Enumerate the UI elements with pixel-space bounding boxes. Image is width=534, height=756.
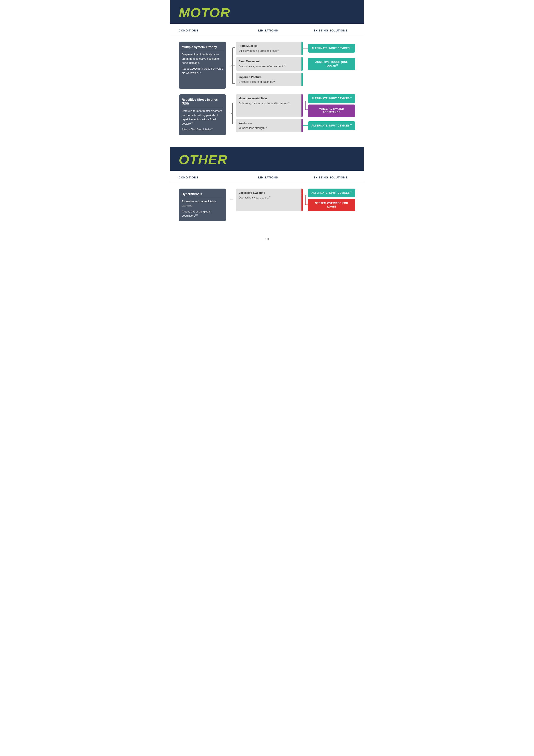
rigid-muscles-card: Rigid Muscles Difficulty bending arms an… [236,41,301,55]
other-limitations-col-header: LIMITATIONS [230,176,306,179]
excessive-sweating-title: Excessive Sweating [239,191,299,195]
other-column-headers: CONDITIONS LIMITATIONS EXISTING SOLUTION… [170,171,364,182]
limitations-col-header: LIMITATIONS [230,29,306,32]
alternate-input-rsi-2-btn[interactable]: ALTERNATE INPUT DEVICES77 [308,121,355,130]
hyper-stat: Around 3% of the global. population.100 [182,210,223,218]
assistive-touch-btn[interactable]: ASSISTIVE TOUCH (ONE TOUCH)92 [308,58,355,70]
slow-movement-title: Slow Movement [239,59,299,64]
rsi-bracket-svg [230,95,235,131]
rigid-muscles-desc: Difficulty bending arms and legs.31 [239,49,299,53]
slow-movement-card: Slow Movement Bradykinesia, slowness of … [236,57,301,70]
excessive-sweating-row: Excessive Sweating Overactive sweat glan… [236,189,355,211]
motor-column-headers: CONDITIONS LIMITATIONS EXISTING SOLUTION… [170,24,364,35]
weakness-desc: Muscles lose strength.76 [239,126,299,130]
hyper-connector [230,200,233,200]
impaired-posture-title: Impaired Posture [239,75,299,79]
msa-condition-card: Multiple System Atrophy Degeneration of … [179,41,226,89]
impaired-posture-accent [301,73,303,86]
weakness-row: Weakness Muscles lose strength.76 ALTERN… [236,119,355,132]
slow-movement-row: Slow Movement Bradykinesia, slowness of … [236,57,355,70]
impaired-posture-row: Impaired Posture Unstable posture or bal… [236,73,355,86]
motor-section: MOTOR CONDITIONS LIMITATIONS EXISTING SO… [170,0,364,147]
msa-desc: Degeneration of the body or an organ fro… [182,53,223,65]
musculo-row: Musculoskeletal Pain Dull/heavy pain in … [236,94,355,117]
impaired-posture-desc: Unstable posture or balance.31 [239,80,299,84]
rigid-muscles-title: Rigid Muscles [239,44,299,48]
other-section: OTHER CONDITIONS LIMITATIONS EXISTING SO… [170,147,364,233]
musculo-title: Musculoskeletal Pain [239,96,299,101]
msa-stat: About 0.0006% in those 50+ years old wor… [182,67,223,75]
msa-bracket-svg [230,41,235,89]
weakness-to-sol-line [303,125,308,126]
rsi-desc: Umbrella term for motor disorders that c… [182,109,223,126]
hyper-desc: Excessive and unpredictable sweating. [182,200,223,208]
rsi-name: Repetitive Stress Injuries (RSI) [182,97,223,105]
msa-name: Multiple System Atrophy [182,45,223,49]
conditions-col-header: CONDITIONS [179,29,230,32]
hyper-sol-connector [303,190,308,209]
motor-header: MOTOR [170,0,364,24]
alternate-input-rsi-1-btn[interactable]: ALTERNATE INPUT DEVICES77 [308,94,355,103]
rigid-to-sol-line [303,48,308,48]
slow-to-sol-line [303,64,308,64]
system-override-btn[interactable]: SYSTEM OVERRIDE FOR LOGIN [308,199,355,211]
voice-activated-btn[interactable]: VOICE-ACTIVATED ASSISTANCE [308,104,355,117]
rigid-muscles-row: Rigid Muscles Difficulty bending arms an… [236,41,355,55]
hyper-row: Hyperhidrosis Excessive and unpredictabl… [179,189,355,222]
musculo-sol-connector [303,97,308,114]
alternate-input-hyper-btn[interactable]: ALTERNATE INPUT DEVICES77 [308,189,355,197]
slow-movement-desc: Bradykinesia, slowness of movement.31 [239,65,299,68]
weakness-title: Weakness [239,121,299,125]
excessive-sweating-card: Excessive Sweating Overactive sweat glan… [236,189,301,211]
rsi-stat: Affects 5%-10% globally.33 [182,127,223,132]
motor-title: MOTOR [179,6,355,19]
musculo-desc: Dull/heavy pain in muscles and/or nerves… [239,101,299,106]
other-title: OTHER [179,153,355,166]
musculo-card: Musculoskeletal Pain Dull/heavy pain in … [236,94,301,117]
other-content: Hyperhidrosis Excessive and unpredictabl… [170,182,364,233]
hyper-condition-card: Hyperhidrosis Excessive and unpredictabl… [179,189,226,222]
page-number: 10 [170,233,364,245]
excessive-sweating-desc: Overactive sweat glands.23 [239,196,299,200]
impaired-posture-card: Impaired Posture Unstable posture or bal… [236,73,301,86]
alternate-input-devices-1-btn[interactable]: ALTERNATE INPUT DEVICES77 [308,44,355,53]
solutions-col-header: EXISTING SOLUTIONS [306,29,355,32]
other-header: OTHER [170,147,364,171]
motor-content: Multiple System Atrophy Degeneration of … [170,35,364,147]
msa-row: Multiple System Atrophy Degeneration of … [179,41,355,89]
rsi-row: Repetitive Stress Injuries (RSI) Umbrell… [179,94,355,135]
other-solutions-col-header: EXISTING SOLUTIONS [306,176,355,179]
weakness-card: Weakness Muscles lose strength.76 [236,119,301,132]
hyper-name: Hyperhidrosis [182,192,223,196]
rsi-condition-card: Repetitive Stress Injuries (RSI) Umbrell… [179,94,226,135]
other-conditions-col-header: CONDITIONS [179,176,230,179]
